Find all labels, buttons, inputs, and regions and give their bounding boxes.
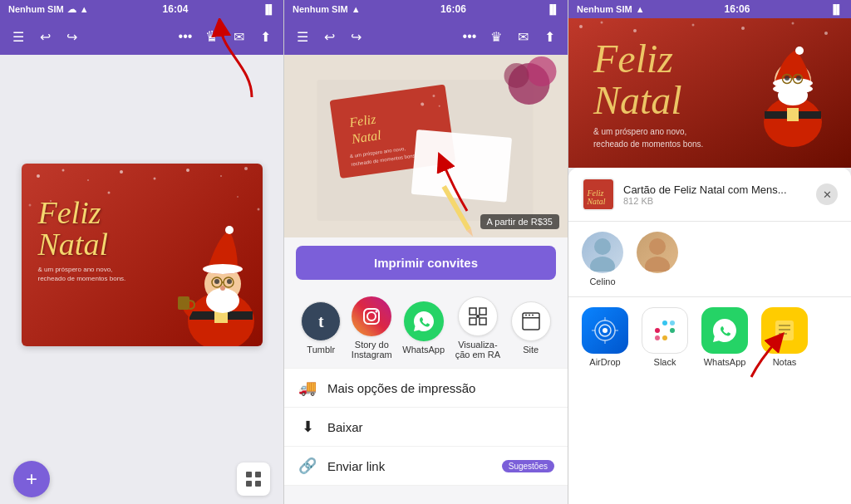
share-icon[interactable]: ⬆	[255, 27, 275, 46]
svg-point-0	[37, 174, 40, 178]
battery-1: ▐▌	[262, 4, 275, 14]
share-item-whatsapp-2[interactable]: WhatsApp	[402, 301, 445, 355]
svg-rect-51	[470, 308, 476, 315]
panel-1: Nenhum SIM ☁ ▲ 16:04 ▐▌ ☰ ↩ ↪ ••• ♛ ✉ ⬆	[0, 0, 284, 504]
status-bar-2: Nenhum SIM ▲ 16:06 ▐▌	[284, 0, 568, 18]
share-icons-row: t Tumblr Story doInstagram	[284, 288, 568, 365]
svg-point-64	[633, 29, 637, 32]
svg-point-7	[244, 167, 248, 170]
bottom-bar-1: +	[0, 454, 283, 504]
share-item-tumblr[interactable]: t Tumblr	[301, 301, 341, 355]
menu-icon-2[interactable]: ☰	[293, 27, 312, 46]
tumblr-icon: t	[301, 301, 341, 341]
svg-point-67	[792, 22, 794, 25]
svg-point-44	[527, 56, 557, 86]
crown-icon[interactable]: ♛	[202, 27, 222, 46]
panel-2: Nenhum SIM ▲ 16:06 ▐▌ ☰ ↩ ↪ ••• ♛ ✉ ⬆	[284, 0, 568, 504]
contact-item-2[interactable]	[637, 232, 678, 286]
svg-point-95	[603, 328, 608, 333]
svg-point-63	[601, 22, 603, 24]
more-icon[interactable]: •••	[175, 27, 195, 46]
subtitle-text: & um próspero ano novo,recheado de momen…	[38, 265, 126, 283]
undo-icon[interactable]: ↩	[35, 27, 55, 46]
menu-icon[interactable]: ☰	[8, 27, 28, 46]
svg-point-65	[692, 24, 695, 27]
share-icon-2[interactable]: ⬆	[539, 27, 559, 46]
contact-item-celino[interactable]: Celino	[582, 232, 623, 286]
svg-text:Natal: Natal	[593, 78, 682, 122]
sim-icon-1: ☁	[67, 4, 76, 15]
airdrop-app-icon	[582, 307, 628, 354]
contacts-row: Celino	[568, 222, 851, 297]
svg-rect-28	[246, 472, 252, 477]
design-card-1: Feliz Natal & um próspero ano novo,reche…	[22, 164, 263, 346]
redo-icon-2[interactable]: ↪	[346, 27, 366, 46]
crown-icon-2[interactable]: ♛	[486, 27, 506, 46]
instagram-story-icon	[352, 296, 391, 336]
svg-rect-56	[523, 313, 539, 330]
app-item-notas[interactable]: Notas	[761, 307, 808, 367]
svg-point-76	[795, 46, 804, 55]
svg-point-89	[594, 238, 611, 255]
svg-rect-97	[662, 321, 667, 325]
svg-point-68	[824, 32, 828, 35]
app-item-whatsapp-3[interactable]: WhatsApp	[701, 307, 748, 367]
close-icon: ✕	[823, 188, 832, 201]
app-item-slack[interactable]: Slack	[642, 307, 688, 367]
close-share-button[interactable]: ✕	[816, 183, 838, 205]
svg-point-18	[225, 226, 234, 234]
svg-point-1	[61, 169, 64, 171]
price-badge: A partir de R$35	[480, 214, 560, 229]
svg-rect-27	[178, 296, 189, 310]
redo-icon[interactable]: ↪	[61, 27, 81, 46]
carrier-text-1: Nenhum SIM	[8, 4, 64, 14]
more-icon-2[interactable]: •••	[460, 27, 480, 46]
svg-point-45	[504, 63, 529, 88]
svg-rect-52	[480, 308, 486, 315]
svg-point-58	[525, 315, 527, 316]
mail-icon-2[interactable]: ✉	[513, 27, 533, 46]
share-item-site[interactable]: Site	[511, 301, 551, 355]
svg-rect-31	[255, 481, 261, 487]
airdrop-label: AirDrop	[589, 357, 620, 367]
menu-item-enviar-link[interactable]: 🔗 Enviar link Sugestões	[284, 447, 568, 486]
toolbar-1: ☰ ↩ ↪ ••• ♛ ✉ ⬆	[0, 18, 283, 55]
slack-label: Slack	[654, 357, 676, 367]
natal-text: Natal	[38, 228, 126, 260]
carrier-1: Nenhum SIM ☁ ▲	[8, 4, 89, 15]
battery-icon-1: ▐▌	[262, 4, 275, 14]
grid-view-button[interactable]	[237, 462, 270, 496]
svg-point-5	[186, 169, 189, 172]
svg-rect-54	[480, 318, 486, 325]
undo-icon-2[interactable]: ↩	[319, 27, 339, 46]
file-name: Cartão de Feliz Natal com Mens...	[623, 183, 808, 196]
visualizacao-ra-label: Visualiza-ção em RA	[455, 340, 500, 360]
plus-icon: +	[26, 467, 37, 491]
slack-app-icon	[642, 307, 688, 354]
svg-point-4	[153, 177, 155, 179]
svg-rect-102	[775, 321, 794, 340]
svg-text:recheado de momentos bons.: recheado de momentos bons.	[593, 139, 703, 149]
svg-point-91	[649, 238, 666, 255]
svg-text:Feliz: Feliz	[593, 37, 673, 81]
design-preview-3: Feliz Natal & um próspero ano novo, rech…	[568, 18, 851, 168]
svg-point-22	[227, 279, 232, 284]
svg-point-19	[203, 264, 243, 274]
menu-item-print-options[interactable]: 🚚 Mais opções de impressão	[284, 368, 568, 408]
apps-row: AirDrop Slack	[568, 297, 851, 377]
print-button[interactable]: Imprimir convites	[296, 246, 556, 280]
share-item-instagram-story[interactable]: Story doInstagram	[352, 296, 392, 360]
menu-item-print-options-label: Mais opções de impressão	[327, 381, 475, 395]
app-item-airdrop[interactable]: AirDrop	[582, 307, 628, 367]
svg-rect-42	[411, 130, 512, 203]
mail-icon[interactable]: ✉	[229, 27, 248, 46]
share-item-visualizacao-ra[interactable]: Visualiza-ção em RA	[455, 296, 500, 360]
menu-item-baixar[interactable]: ⬇ Baixar	[284, 408, 568, 447]
truck-icon: 🚚	[298, 379, 317, 397]
whatsapp-label-2: WhatsApp	[402, 345, 445, 355]
instagram-story-label: Story doInstagram	[352, 340, 392, 360]
file-info: Cartão de Feliz Natal com Mens... 812 KB	[623, 183, 808, 206]
fab-add-button[interactable]: +	[13, 461, 50, 497]
whatsapp-app-icon	[701, 307, 748, 354]
product-mockup: Feliz Natal & um próspero ano novo, rech…	[284, 55, 568, 237]
